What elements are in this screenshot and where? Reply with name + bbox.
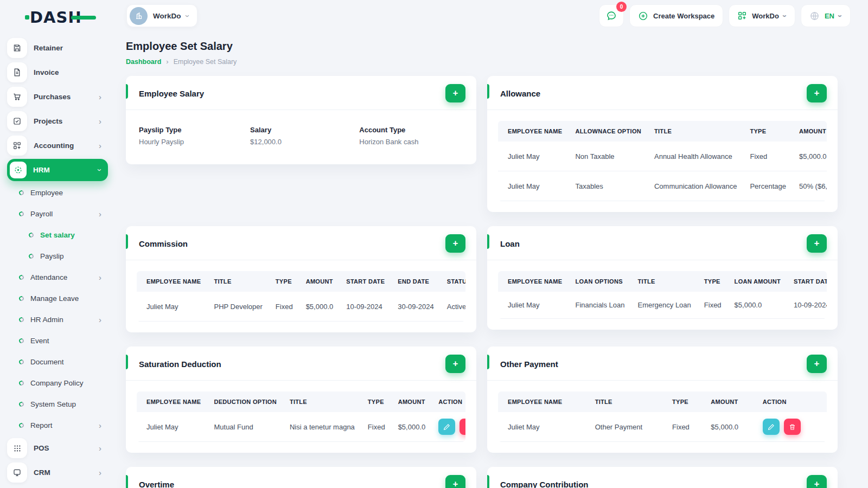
language-label: EN (825, 12, 834, 20)
sidebar-item-accounting[interactable]: Accounting › (7, 133, 108, 158)
chevron-right-icon: › (99, 93, 101, 101)
sidebar-item-label: Purchases (34, 93, 71, 101)
add-employee-salary-button[interactable]: + (445, 84, 465, 102)
sidebar-item-set-salary[interactable]: Set salary (7, 224, 108, 246)
sidebar-item-hr-admin[interactable]: HR Admin › (7, 309, 108, 330)
table-cell: Juliet May (498, 292, 569, 318)
field-label: Account Type (359, 126, 463, 134)
add-other-payment-button[interactable]: + (807, 355, 827, 373)
card-accent (487, 84, 489, 99)
chevron-right-icon: › (99, 444, 101, 452)
bullet-icon (18, 296, 25, 302)
sidebar-item-crm[interactable]: CRM › (7, 460, 108, 485)
column-header: Type (666, 391, 704, 412)
sidebar-item-payslip[interactable]: Payslip (7, 246, 108, 267)
chevron-right-icon: › (99, 142, 101, 150)
table-row: Juliet MayNon TaxableAnnual Health Allow… (498, 142, 827, 171)
column-header: Amount (392, 391, 432, 412)
table-cell: $5,000.0 (299, 292, 340, 322)
column-header: Title (207, 271, 269, 292)
sidebar-item-system-setup[interactable]: System Setup (7, 394, 108, 415)
sidebar-item-event[interactable]: Event (7, 330, 108, 351)
column-header: Employee Name (498, 121, 569, 142)
sidebar-item-label: HR Admin (30, 316, 63, 324)
sidebar-item-report[interactable]: Report › (7, 415, 108, 436)
add-loan-button[interactable]: + (807, 234, 827, 253)
column-header: Loan Amount (728, 271, 787, 292)
sidebar-item-invoice[interactable]: Invoice (7, 60, 108, 85)
chat-icon (605, 10, 617, 22)
sidebar-item-pos[interactable]: POS › (7, 436, 108, 460)
workspace-selector[interactable]: WorkDo › (126, 4, 197, 27)
add-company-contribution-button[interactable]: + (807, 475, 827, 488)
card-title: Loan (500, 239, 520, 248)
sidebar-item-label: System Setup (30, 400, 76, 408)
table-cell: Annual Health Allowance (648, 142, 743, 171)
cards-grid: Employee Salary + Payslip Type Hourly Pa… (126, 76, 838, 488)
sidebar-item-label: Company Policy (30, 379, 84, 387)
table-cell: Juliet May (137, 412, 207, 442)
loan-table: Employee NameLoan OptionsTitleTypeLoan A… (498, 271, 827, 319)
sidebar-item-label: Retainer (34, 44, 63, 52)
column-header: Type (269, 271, 299, 292)
workdo-menu-button[interactable]: WorkDo › (729, 4, 795, 27)
sidebar-item-document[interactable]: Document (7, 351, 108, 373)
logo-dot-icon (25, 15, 29, 20)
bullet-icon (18, 190, 25, 196)
table-cell: Other Payment (589, 412, 666, 442)
delete-button[interactable] (784, 419, 801, 435)
main-content: Employee Set Salary Dashboard › Employee… (126, 31, 838, 488)
sidebar-item-manage-leave[interactable]: Manage Leave (7, 288, 108, 309)
delete-button[interactable] (459, 419, 465, 435)
add-allowance-button[interactable]: + (807, 84, 827, 102)
edit-button[interactable] (763, 419, 780, 435)
floppy-icon (7, 38, 27, 58)
language-button[interactable]: EN › (801, 4, 851, 27)
field-label: Salary (250, 126, 359, 134)
workdo-menu-label: WorkDo (752, 12, 779, 20)
sidebar-item-hrm[interactable]: HRM › (7, 159, 108, 181)
table-cell: Emergency Loan (631, 292, 698, 318)
chevron-down-icon: › (96, 169, 104, 171)
add-overtime-button[interactable]: + (445, 475, 465, 488)
plus-icon: + (814, 88, 820, 99)
card-title: Overtime (139, 480, 174, 488)
sidebar-item-label: Report (30, 421, 53, 429)
sidebar-item-projects[interactable]: Projects › (7, 109, 108, 133)
messages-button[interactable]: 0 (599, 4, 624, 27)
table-cell: Fixed (743, 142, 793, 171)
sidebar-item-purchases[interactable]: Purchases › (7, 85, 108, 109)
table-cell: Percentage (743, 171, 793, 201)
table-cell: 10-09-2024 (787, 292, 827, 318)
column-header: Employee Name (498, 391, 589, 412)
pencil-icon (443, 423, 450, 431)
sidebar-item-employee[interactable]: Employee (7, 182, 108, 203)
chevron-down-icon: › (184, 15, 192, 17)
sidebar-item-company-policy[interactable]: Company Policy (7, 373, 108, 394)
workspace-name: WorkDo (153, 12, 181, 20)
field-label: Payslip Type (139, 126, 250, 134)
add-saturation-deduction-button[interactable]: + (445, 355, 465, 373)
card-accent (487, 355, 489, 369)
edit-button[interactable] (438, 419, 455, 435)
brand-logo[interactable]: DASH (30, 8, 95, 25)
chevron-right-icon: › (99, 117, 101, 125)
column-header: Start Date (787, 271, 827, 292)
check-square-icon (7, 111, 27, 131)
logo-dash-icon (71, 16, 96, 20)
sidebar-item-label: Attendance (30, 273, 67, 281)
card-title: Commission (139, 239, 188, 248)
sidebar-item-label: Payroll (30, 210, 53, 218)
sidebar-item-payroll[interactable]: Payroll › (7, 203, 108, 224)
table-cell: Active (441, 292, 465, 322)
add-commission-button[interactable]: + (445, 234, 465, 253)
column-header: Employee Name (137, 271, 207, 292)
sidebar-item-attendance[interactable]: Attendance › (7, 267, 108, 288)
breadcrumb-dashboard-link[interactable]: Dashboard (126, 58, 161, 66)
plus-icon: + (453, 479, 458, 488)
create-workspace-button[interactable]: Create Workspace (629, 4, 723, 27)
plus-icon: + (814, 358, 820, 369)
sidebar-item-retainer[interactable]: Retainer (7, 36, 108, 60)
hrm-target-icon (10, 162, 27, 178)
table-cell: Juliet May (498, 412, 589, 442)
